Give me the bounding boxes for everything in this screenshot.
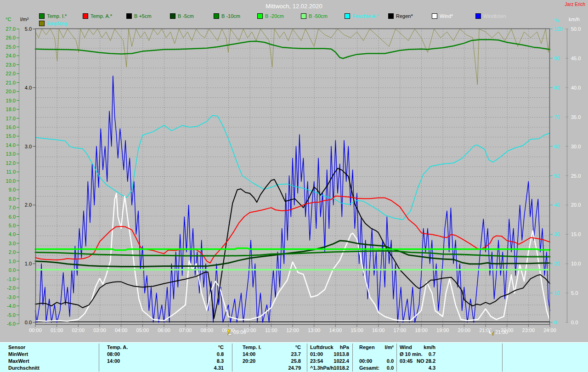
time-axis-tick-label: 23:00 bbox=[522, 327, 535, 333]
temp-axis-tick-label: -6.0 bbox=[7, 321, 16, 327]
table-cell-temp-a-value: 8.3 bbox=[169, 358, 224, 364]
wind-axis-tick-label: 0.0 bbox=[571, 320, 578, 325]
table-row-label-sensor: Sensor bbox=[8, 344, 25, 350]
temp-axis-tick-label: 19.0 bbox=[6, 98, 16, 103]
temp-axis-tick-label: 9.0 bbox=[9, 187, 16, 192]
wind-axis-tick-label: 20.0 bbox=[571, 202, 581, 208]
temp-axis-tick-label: 8.0 bbox=[9, 196, 16, 202]
weather-chart: 27.026.025.024.023.022.021.020.019.018.0… bbox=[0, 0, 588, 342]
time-axis-tick-label: 00:00 bbox=[29, 327, 42, 333]
temp-axis-tick-label: 4.0 bbox=[9, 231, 16, 237]
time-axis-tick-label: 13:00 bbox=[308, 327, 321, 333]
table-row-label-durchschnitt: Durchschnitt bbox=[8, 365, 40, 371]
temp-axis-tick-label: 25.0 bbox=[6, 44, 16, 50]
temp-axis-tick-label: 7.0 bbox=[9, 205, 16, 210]
wind-axis-tick-label: 25.0 bbox=[571, 173, 581, 179]
humidity-axis-tick-label: 90 bbox=[554, 56, 560, 61]
temp-axis-tick-label: 1.0 bbox=[9, 259, 16, 264]
event-marker-2130: 21:30 bbox=[488, 329, 508, 336]
temp-axis-tick-label: 14.0 bbox=[6, 142, 16, 148]
time-axis-tick-label: 15:00 bbox=[351, 327, 363, 333]
time-axis-tick-label: 07:00 bbox=[179, 327, 192, 333]
table-header-temp-a: Temp. A. bbox=[107, 344, 128, 350]
temp-axis-tick-label: 17.0 bbox=[6, 116, 16, 121]
humidity-axis-tick-label: 80 bbox=[554, 85, 560, 90]
weather-app-screen: Mittwoch, 12.02.2020 Jarz Erich Temp. I.… bbox=[0, 0, 588, 372]
table-column-divider bbox=[99, 344, 99, 372]
table-column-divider bbox=[232, 344, 232, 372]
rain-axis-tick-label: 2.0 bbox=[25, 202, 32, 208]
time-axis-tick-label: 20:00 bbox=[458, 327, 471, 333]
table-column-divider bbox=[502, 344, 503, 372]
humidity-axis-tick-label: 0 bbox=[554, 320, 557, 325]
temp-axis-tick-label: 6.0 bbox=[9, 214, 16, 220]
wind-axis-tick-label: 30.0 bbox=[571, 144, 581, 149]
temp-axis-tick-label: 13.0 bbox=[6, 151, 16, 157]
wind-axis-tick-label: 40.0 bbox=[571, 85, 581, 90]
table-cell-temp-a-time: 14:00 bbox=[107, 358, 120, 364]
humidity-axis-tick-label: 50 bbox=[554, 173, 560, 179]
table-cell-temp-i-value: 23.7 bbox=[246, 351, 301, 357]
rain-axis-tick-label: 4.0 bbox=[25, 85, 32, 90]
table-cell-wind-value: 4.3 bbox=[380, 365, 435, 371]
temp-axis-tick-label: 23.0 bbox=[6, 62, 16, 68]
temp-axis-tick-label: -1.0 bbox=[7, 276, 16, 282]
table-cell-temp-i-value: 25.8 bbox=[246, 358, 301, 364]
table-cell-temp-i-value: 24.79 bbox=[246, 365, 301, 371]
temp-axis-tick-label: 16.0 bbox=[6, 124, 16, 130]
grid bbox=[36, 29, 549, 324]
event-marker-time: 21:30 bbox=[495, 329, 508, 335]
temp-axis-tick-label: 20.0 bbox=[6, 89, 16, 94]
temp-axis-tick-label: 18.0 bbox=[6, 107, 16, 112]
rain-axis-tick-label: 3.0 bbox=[25, 144, 32, 149]
table-cell-wind-value: 0.7 bbox=[380, 351, 435, 357]
rain-axis-tick-label: 0.0 bbox=[25, 320, 32, 325]
table-cell-temp-a-value: 0.8 bbox=[169, 351, 224, 357]
time-axis-tick-label: 14:00 bbox=[329, 327, 342, 333]
wind-axis-tick-label: 45.0 bbox=[571, 56, 581, 61]
wind-axis-tick-label: 10.0 bbox=[571, 261, 581, 266]
humidity-axis-tick-label: 100 bbox=[554, 26, 562, 32]
series-b-20cm-line bbox=[35, 248, 550, 250]
temp-axis-tick-label: 15.0 bbox=[6, 133, 16, 139]
humidity-axis-tick-label: 10 bbox=[554, 290, 560, 296]
temp-axis-tick-label: 11.0 bbox=[6, 169, 16, 175]
time-axis-tick-label: 01:00 bbox=[51, 327, 63, 333]
temp-axis-tick-label: -5.0 bbox=[7, 312, 16, 318]
temp-axis-tick-label: 0.0 bbox=[9, 267, 16, 273]
time-axis-tick-label: 11:00 bbox=[265, 327, 277, 333]
rain-axis-tick-label: 1.0 bbox=[25, 261, 32, 266]
temp-axis-tick-label: 5.0 bbox=[9, 223, 16, 228]
humidity-axis-tick-label: 20 bbox=[554, 261, 560, 266]
wind-axis-tick-label: 35.0 bbox=[571, 114, 581, 120]
table-cell-luftdruck-value: 1013.8 bbox=[294, 351, 349, 357]
table-cell-temp-a-value: 4.31 bbox=[169, 365, 224, 371]
table-row-label-minwert: MinWert bbox=[8, 351, 28, 357]
series-temp-i-line bbox=[35, 39, 550, 58]
rain-axis-tick-label: 5.0 bbox=[25, 26, 32, 32]
temp-axis-tick-label: 10.0 bbox=[6, 178, 16, 184]
temp-axis-tick-label: 27.0 bbox=[6, 26, 16, 32]
temp-axis-tick-label: -3.0 bbox=[7, 294, 16, 300]
table-header-unit-temp-a: °C bbox=[169, 344, 224, 350]
temp-axis-tick-label: 26.0 bbox=[6, 35, 16, 40]
series-wind-line bbox=[35, 193, 550, 321]
time-axis-tick-label: 06:00 bbox=[158, 327, 170, 333]
time-axis-tick-label: 24:00 bbox=[543, 327, 556, 333]
humidity-axis-tick-label: 30 bbox=[554, 231, 560, 237]
lightning-sun-icon bbox=[226, 329, 233, 336]
temp-axis-tick-label: 2.0 bbox=[9, 249, 16, 255]
temp-axis-tick-label: 3.0 bbox=[9, 241, 16, 246]
table-cell-temp-a-time: 08:00 bbox=[107, 351, 120, 357]
time-axis-tick-label: 16:00 bbox=[372, 327, 385, 333]
summary-table: SensorMinWertMaxWertDurchschnittTemp. A.… bbox=[0, 342, 588, 372]
temp-axis-tick-label: 12.0 bbox=[6, 160, 16, 166]
humidity-axis-tick-label: 40 bbox=[554, 202, 560, 208]
event-marker-0906: 09:06 bbox=[226, 329, 246, 336]
humidity-axis-tick-label: 70 bbox=[554, 114, 560, 120]
temp-axis-tick-label: 21.0 bbox=[6, 80, 16, 85]
temp-axis-tick-label: 24.0 bbox=[6, 53, 16, 58]
time-axis-tick-label: 04:00 bbox=[115, 327, 128, 333]
time-axis-tick-label: 19:00 bbox=[436, 327, 449, 333]
lightning-moon-icon bbox=[488, 329, 495, 336]
